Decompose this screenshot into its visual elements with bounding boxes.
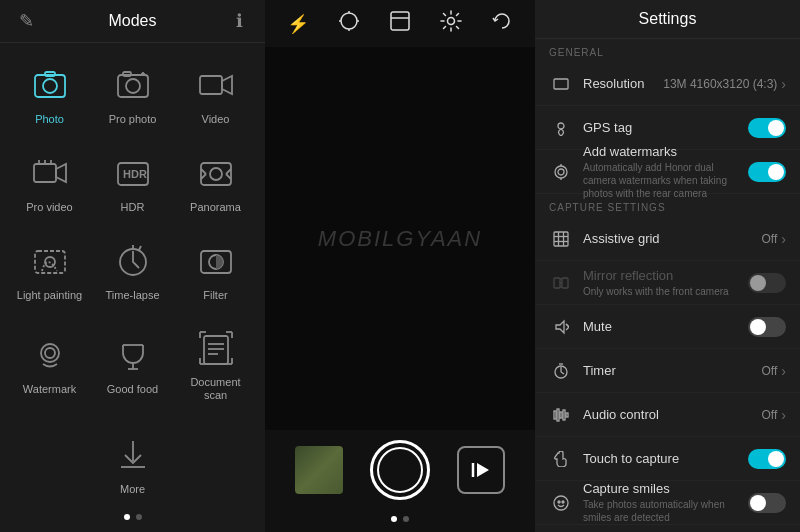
- mode-label-document-scan: Document scan: [178, 376, 253, 402]
- watermarks-content: Add watermarks Automatically add Honor d…: [583, 144, 748, 200]
- gps-icon: [549, 120, 573, 136]
- mode-item-good-food[interactable]: Good food: [91, 314, 174, 415]
- settings-row-mirror: Mirror reflection Only works with the fr…: [535, 261, 800, 305]
- svg-rect-81: [563, 410, 565, 420]
- mode-item-panorama[interactable]: Panorama: [174, 139, 257, 227]
- assistive-grid-title: Assistive grid: [583, 231, 756, 246]
- mode-item-video[interactable]: Video: [174, 51, 257, 139]
- settings-row-object-tracking[interactable]: Object tracking: [535, 525, 800, 532]
- hdr-toggle-icon[interactable]: [334, 10, 364, 37]
- touch-capture-content: Touch to capture: [583, 451, 748, 466]
- mode-item-watermark[interactable]: Watermark: [8, 314, 91, 415]
- gallery-thumbnail[interactable]: [295, 446, 343, 494]
- mode-item-photo[interactable]: Photo: [8, 51, 91, 139]
- mirror-content: Mirror reflection Only works with the fr…: [583, 268, 748, 298]
- settings-row-audio[interactable]: Audio control Off ›: [535, 393, 800, 437]
- svg-point-1: [43, 79, 57, 93]
- assistive-grid-arrow: ›: [781, 231, 786, 247]
- more-download-icon: [111, 433, 155, 477]
- dot-1: [124, 514, 130, 520]
- gps-toggle[interactable]: [748, 118, 786, 138]
- timer-title: Timer: [583, 363, 756, 378]
- settings-icon[interactable]: [436, 10, 466, 37]
- mute-toggle[interactable]: [748, 317, 786, 337]
- mode-label-panorama: Panorama: [190, 201, 241, 214]
- svg-rect-52: [391, 12, 409, 30]
- info-icon[interactable]: ℹ: [227, 10, 251, 32]
- svg-point-60: [558, 169, 564, 175]
- timer-content: Timer: [583, 363, 756, 378]
- svg-rect-57: [554, 79, 568, 89]
- settings-row-assistive-grid[interactable]: Assistive grid Off ›: [535, 217, 800, 261]
- edit-icon[interactable]: ✎: [14, 10, 38, 32]
- mirror-title: Mirror reflection: [583, 268, 748, 283]
- touch-capture-title: Touch to capture: [583, 451, 748, 466]
- mute-content: Mute: [583, 319, 748, 334]
- settings-row-resolution[interactable]: Resolution 13M 4160x3120 (4:3) ›: [535, 62, 800, 106]
- svg-line-76: [561, 372, 564, 374]
- mode-item-light-painting[interactable]: Light painting: [8, 226, 91, 314]
- svg-point-29: [45, 348, 55, 358]
- mirror-toggle: [748, 273, 786, 293]
- capture-smiles-toggle[interactable]: [748, 493, 786, 513]
- mode-item-time-lapse[interactable]: Time-lapse: [91, 226, 174, 314]
- svg-point-58: [558, 123, 564, 129]
- svg-line-25: [139, 246, 141, 250]
- thumbnail-image: [295, 446, 343, 494]
- touch-capture-toggle[interactable]: [748, 449, 786, 469]
- mode-label-time-lapse: Time-lapse: [106, 289, 160, 302]
- svg-point-83: [554, 496, 568, 510]
- capture-smiles-content: Capture smiles Take photos automatically…: [583, 481, 748, 524]
- watermarks-toggle[interactable]: [748, 162, 786, 182]
- hdr-icon: HDR: [111, 151, 155, 195]
- settings-panel: Settings GENERAL Resolution 13M 4160x312…: [535, 0, 800, 532]
- settings-row-watermarks[interactable]: Add watermarks Automatically add Honor d…: [535, 150, 800, 194]
- mute-title: Mute: [583, 319, 748, 334]
- video-icon: [194, 63, 238, 107]
- svg-point-47: [341, 13, 357, 29]
- svg-point-54: [447, 18, 454, 25]
- video-mode-button[interactable]: [457, 446, 505, 494]
- rotate-camera-icon[interactable]: [487, 10, 517, 37]
- settings-row-timer[interactable]: Timer Off ›: [535, 349, 800, 393]
- svg-rect-63: [554, 232, 568, 246]
- mode-label-good-food: Good food: [107, 383, 158, 396]
- mode-item-pro-photo[interactable]: Pro photo: [91, 51, 174, 139]
- mode-label-hdr: HDR: [121, 201, 145, 214]
- photo-icon: [28, 63, 72, 107]
- audio-icon: [549, 407, 573, 423]
- capture-smiles-title: Capture smiles: [583, 481, 748, 496]
- mode-item-filter[interactable]: Filter: [174, 226, 257, 314]
- audio-content: Audio control: [583, 407, 756, 422]
- flash-icon[interactable]: ⚡: [283, 13, 313, 35]
- settings-row-capture-smiles[interactable]: Capture smiles Take photos automatically…: [535, 481, 800, 525]
- pro-video-icon: [28, 151, 72, 195]
- mode-item-pro-video[interactable]: Pro video: [8, 139, 91, 227]
- svg-point-16: [210, 168, 222, 180]
- good-food-icon: [111, 333, 155, 377]
- settings-row-touch-capture[interactable]: Touch to capture: [535, 437, 800, 481]
- svg-rect-69: [562, 278, 568, 288]
- dot-2: [136, 514, 142, 520]
- mode-label-watermark: Watermark: [23, 383, 76, 396]
- mode-item-more[interactable]: More: [107, 423, 159, 506]
- shutter-button[interactable]: [370, 440, 430, 500]
- settings-row-mute[interactable]: Mute: [535, 305, 800, 349]
- filter-icon: [194, 239, 238, 283]
- assistive-grid-content: Assistive grid: [583, 231, 756, 246]
- resolution-icon: [549, 76, 573, 92]
- svg-rect-79: [557, 409, 559, 421]
- mute-icon: [549, 319, 573, 335]
- watermark-icon: [28, 333, 72, 377]
- mode-item-document-scan[interactable]: Document scan: [174, 314, 257, 415]
- watermarks-icon: [549, 164, 573, 180]
- camera-viewfinder: MOBILGYAAN: [265, 47, 535, 430]
- mirror-subtitle: Only works with the front camera: [583, 285, 748, 298]
- camera-dot-2: [403, 516, 409, 522]
- audio-title: Audio control: [583, 407, 756, 422]
- mode-item-hdr[interactable]: HDR HDR: [91, 139, 174, 227]
- camera-top-bar: ⚡: [265, 0, 535, 47]
- timer-arrow: ›: [781, 363, 786, 379]
- audio-arrow: ›: [781, 407, 786, 423]
- gallery-icon[interactable]: [385, 10, 415, 37]
